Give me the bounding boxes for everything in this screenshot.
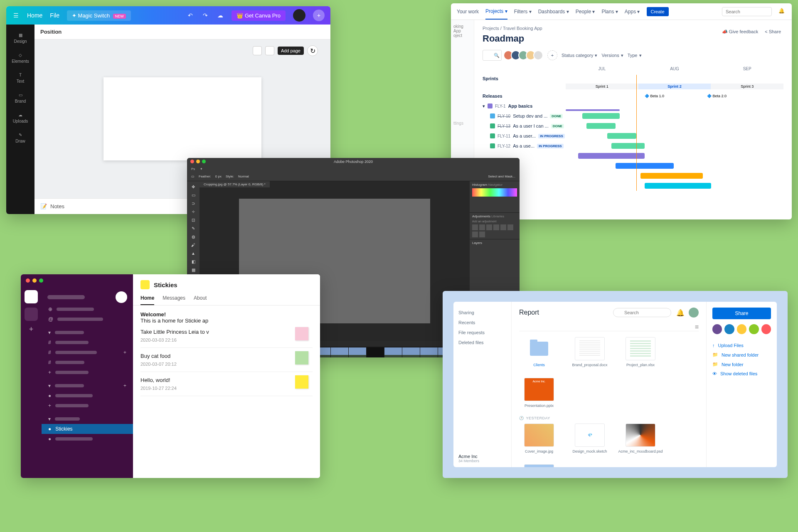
sidebar-text[interactable]: TText <box>6 69 34 88</box>
add-page-icon[interactable] <box>265 46 274 55</box>
position-bar[interactable]: Position <box>34 25 330 39</box>
folder-clients[interactable]: Clients <box>519 337 559 367</box>
bell-icon[interactable]: 🔔 <box>778 8 786 15</box>
create-button[interactable]: Create <box>647 7 669 16</box>
nav-recents[interactable]: Recents <box>458 318 506 328</box>
magic-switch-button[interactable]: ✦ Magic Switch NEW <box>67 10 131 21</box>
nav-people[interactable]: People ▾ <box>576 9 595 15</box>
nav-filerequests[interactable]: File requests <box>458 328 506 337</box>
compose-icon[interactable] <box>116 291 127 303</box>
file-item[interactable]: Brand_proposal.docx <box>570 337 610 367</box>
get-pro-button[interactable]: 👑 Get Canva Pro <box>232 10 286 21</box>
nav-home[interactable]: Home <box>27 12 42 19</box>
nav-filters[interactable]: Filters ▾ <box>514 9 532 15</box>
dropbox-sidebar: Sharing Recents File requests Deleted fi… <box>453 302 512 467</box>
wand-tool[interactable]: ✧ <box>189 208 198 215</box>
sidebar-stickies[interactable]: ●Stickies <box>42 424 133 434</box>
eyedrop-tool[interactable]: ✎ <box>189 224 198 232</box>
gradient-tool[interactable]: ▦ <box>189 266 198 273</box>
eraser-tool[interactable]: ◧ <box>189 258 198 265</box>
feedback-link[interactable]: 📣 Give feedback <box>722 29 758 34</box>
refresh-icon[interactable]: ↻ <box>307 45 318 56</box>
type-filter[interactable]: Type ▾ <box>628 53 642 58</box>
link-show-deleted[interactable]: 👁Show deleted files <box>712 369 771 378</box>
task-row[interactable]: FLY-13 As a user I can ... DONE <box>483 121 783 131</box>
sidebar-elements[interactable]: ◇Elements <box>6 49 34 68</box>
page-title: Roadmap <box>483 33 783 44</box>
brush-tool[interactable]: 🖌 <box>189 241 198 249</box>
file-item[interactable]: Project_plan.xlsx <box>621 337 660 367</box>
nav-projects[interactable]: Projects ▾ <box>485 8 507 20</box>
file-item[interactable]: Cover_image.jpg <box>519 424 559 453</box>
nav-plans[interactable]: Plans ▾ <box>601 9 618 15</box>
add-workspace-icon[interactable]: + <box>29 325 34 334</box>
task-row[interactable]: FLY-10 Setup dev and ... DONE <box>483 111 783 121</box>
file-item[interactable]: Acme_inc_moodboard.psd <box>621 424 660 453</box>
canva-sidebar: ▦Design ◇Elements TText ▭Brand ☁Uploads … <box>6 25 34 214</box>
sticky-note[interactable]: Take Little Princess Leia to v2020-03-03… <box>140 324 313 348</box>
search-input[interactable] <box>722 7 772 16</box>
nav-yourwork[interactable]: Your work <box>457 9 479 15</box>
file-item[interactable]: Acme Inc.Presentation.pptx <box>519 378 559 408</box>
app-header: Stickies <box>133 274 320 295</box>
crop-tool[interactable]: ⊡ <box>189 216 198 224</box>
share-link[interactable]: < Share <box>765 29 781 34</box>
file-item[interactable]: 💎Design_mock.sketch <box>570 424 610 453</box>
menu-icon[interactable]: ☰ <box>12 12 20 19</box>
sidebar-uploads[interactable]: ☁Uploads <box>6 108 34 128</box>
search-input[interactable] <box>613 308 671 317</box>
jira-nav: Your work Projects ▾ Filters ▾ Dashboard… <box>451 3 792 20</box>
team-footer[interactable]: Acme Inc34 Members <box>458 454 479 463</box>
document-tab[interactable]: Cropping.jpg @ 57.7% (Layer 0, RGB/8) * <box>200 181 270 187</box>
link-new-folder[interactable]: 📁New folder <box>712 360 771 369</box>
undo-icon[interactable]: ↶ <box>187 12 194 19</box>
slack-sidebar: ⊕ @ ▾ # #+ # + ▾+ ● + ▾ ●Stickies ● <box>42 274 133 478</box>
bell-icon[interactable]: 🔔 <box>676 309 684 316</box>
link-upload[interactable]: ↑Upload Files <box>712 341 771 350</box>
cloud-icon[interactable]: ☁ <box>217 12 224 19</box>
link-shared-folder[interactable]: 📁New shared folder <box>712 350 771 360</box>
nav-deleted[interactable]: Deleted files <box>458 337 506 347</box>
sidebar-design[interactable]: ▦Design <box>6 29 34 48</box>
redo-icon[interactable]: ↷ <box>202 12 209 19</box>
view-list-icon[interactable]: ≡ <box>695 323 699 331</box>
canva-topbar: ☰ Home File ✦ Magic Switch NEW ↶ ↷ ☁ 👑 G… <box>6 6 330 25</box>
tab-home[interactable]: Home <box>140 295 154 305</box>
workspace-icon[interactable] <box>25 308 38 321</box>
add-icon[interactable]: + <box>313 10 325 21</box>
slack-rail: + <box>21 274 42 478</box>
sticky-note[interactable]: Buy cat food2020-03-07 20:12 <box>140 348 313 372</box>
stamp-tool[interactable]: ▲ <box>189 249 198 257</box>
nav-sharing[interactable]: Sharing <box>458 308 506 318</box>
filter-search[interactable]: 🔍 <box>483 50 502 61</box>
heal-tool[interactable]: ◍ <box>189 233 198 240</box>
add-people-icon[interactable]: + <box>547 50 557 60</box>
tab-about[interactable]: About <box>194 295 207 305</box>
nav-dashboards[interactable]: Dashboards ▾ <box>538 9 569 15</box>
lasso-tool[interactable]: ⊃ <box>189 200 198 207</box>
assignee-avatars[interactable] <box>506 50 543 60</box>
avatar[interactable] <box>293 9 305 22</box>
workspace-icon[interactable] <box>25 290 38 303</box>
roadmap-timeline: JULAUGSEP Sprints Sprint 1Sprint 2Sprint… <box>483 66 783 191</box>
avatar[interactable] <box>689 308 699 318</box>
sidebar-draw[interactable]: ✎Draw <box>6 128 34 148</box>
share-button[interactable]: Share <box>712 308 771 319</box>
task-row[interactable]: FLY-12 As a use... IN PROGRESS <box>483 141 783 151</box>
nav-file[interactable]: File <box>50 12 59 19</box>
sticky-note[interactable]: Hello, world!2019-10-27 22:24 <box>140 372 313 396</box>
canvas-page[interactable] <box>103 77 261 160</box>
file-item[interactable]: Rollout_map.pdf <box>519 464 559 467</box>
sidebar-brand[interactable]: ▭Brand <box>6 89 34 108</box>
status-filter[interactable]: Status category ▾ <box>562 53 597 58</box>
tab-messages[interactable]: Messages <box>163 295 185 305</box>
workspace-name[interactable] <box>47 295 85 299</box>
member-avatars[interactable] <box>712 324 771 334</box>
marquee-tool[interactable]: ▭ <box>189 191 198 199</box>
epic-row[interactable]: ▾ FLY-1 App basics <box>483 101 783 111</box>
nav-apps[interactable]: Apps ▾ <box>625 9 640 15</box>
move-tool[interactable]: ✥ <box>189 183 198 190</box>
versions-filter[interactable]: Versions ▾ <box>601 53 623 58</box>
duplicate-page-icon[interactable] <box>253 46 262 55</box>
task-row[interactable]: FLY-11 As a user... IN PROGRESS <box>483 131 783 141</box>
